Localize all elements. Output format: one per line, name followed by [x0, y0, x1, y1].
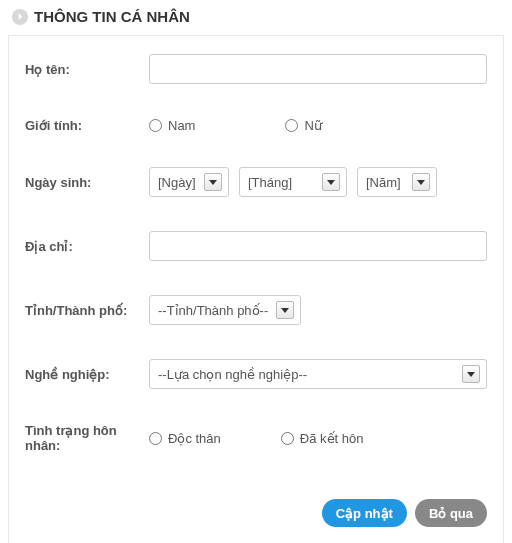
form-panel: Họ tên: Giới tính: Nam Nữ Ngày sinh: [Ng… [8, 35, 504, 543]
radio-marital-married[interactable] [281, 432, 294, 445]
chevron-right-icon [12, 9, 28, 25]
select-dob-month[interactable]: [Tháng] [239, 167, 347, 197]
form-actions: Cập nhật Bỏ qua [25, 499, 487, 527]
row-address: Địa chỉ: [25, 231, 487, 261]
select-occupation[interactable]: --Lựa chọn nghề nghiệp-- [149, 359, 487, 389]
radio-label-male: Nam [168, 118, 195, 133]
chevron-down-icon [204, 173, 222, 191]
chevron-down-icon [462, 365, 480, 383]
radio-label-married: Đã kết hôn [300, 431, 364, 446]
radio-marital-single[interactable] [149, 432, 162, 445]
label-province: Tỉnh/Thành phố: [25, 303, 149, 318]
panel-header: THÔNG TIN CÁ NHÂN [0, 0, 512, 35]
select-dob-day[interactable]: [Ngày] [149, 167, 229, 197]
row-occupation: Nghề nghiệp: --Lựa chọn nghề nghiệp-- [25, 359, 487, 389]
row-gender: Giới tính: Nam Nữ [25, 118, 487, 133]
radio-gender-male[interactable] [149, 119, 162, 132]
label-occupation: Nghề nghiệp: [25, 367, 149, 382]
label-marital: Tình trạng hôn nhân: [25, 423, 149, 453]
row-fullname: Họ tên: [25, 54, 487, 84]
label-fullname: Họ tên: [25, 62, 149, 77]
radio-gender-female[interactable] [285, 119, 298, 132]
chevron-down-icon [322, 173, 340, 191]
radio-label-single: Độc thân [168, 431, 221, 446]
update-button[interactable]: Cập nhật [322, 499, 407, 527]
chevron-down-icon [276, 301, 294, 319]
select-dob-year[interactable]: [Năm] [357, 167, 437, 197]
label-gender: Giới tính: [25, 118, 149, 133]
label-dob: Ngày sinh: [25, 175, 149, 190]
fullname-input[interactable] [149, 54, 487, 84]
chevron-down-icon [412, 173, 430, 191]
row-dob: Ngày sinh: [Ngày] [Tháng] [Năm] [25, 167, 487, 197]
select-province[interactable]: --Tỉnh/Thành phố-- [149, 295, 301, 325]
row-marital: Tình trạng hôn nhân: Độc thân Đã kết hôn [25, 423, 487, 453]
address-input[interactable] [149, 231, 487, 261]
page-title: THÔNG TIN CÁ NHÂN [34, 8, 190, 25]
radio-label-female: Nữ [304, 118, 321, 133]
row-province: Tỉnh/Thành phố: --Tỉnh/Thành phố-- [25, 295, 487, 325]
label-address: Địa chỉ: [25, 239, 149, 254]
skip-button[interactable]: Bỏ qua [415, 499, 487, 527]
